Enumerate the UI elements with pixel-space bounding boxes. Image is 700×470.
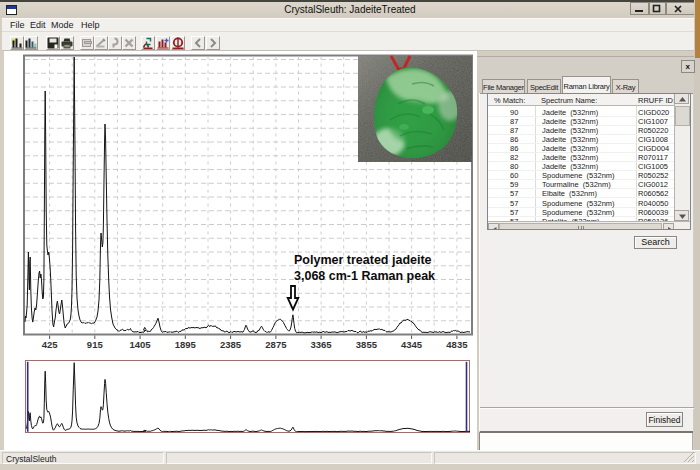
svg-text:3,068 cm-1 Raman peak: 3,068 cm-1 Raman peak xyxy=(294,269,435,283)
svg-text:915: 915 xyxy=(87,339,104,350)
svg-text:Polymer treated jadeite: Polymer treated jadeite xyxy=(294,253,432,267)
svg-text:3365: 3365 xyxy=(311,339,333,350)
svg-text:1895: 1895 xyxy=(175,339,197,350)
svg-text:1405: 1405 xyxy=(130,339,152,350)
svg-text:4345: 4345 xyxy=(401,339,423,350)
svg-text:2385: 2385 xyxy=(220,339,242,350)
svg-text:3855: 3855 xyxy=(356,339,378,350)
svg-text:425: 425 xyxy=(42,339,59,350)
svg-text:4835: 4835 xyxy=(446,339,468,350)
svg-text:2875: 2875 xyxy=(265,339,287,350)
